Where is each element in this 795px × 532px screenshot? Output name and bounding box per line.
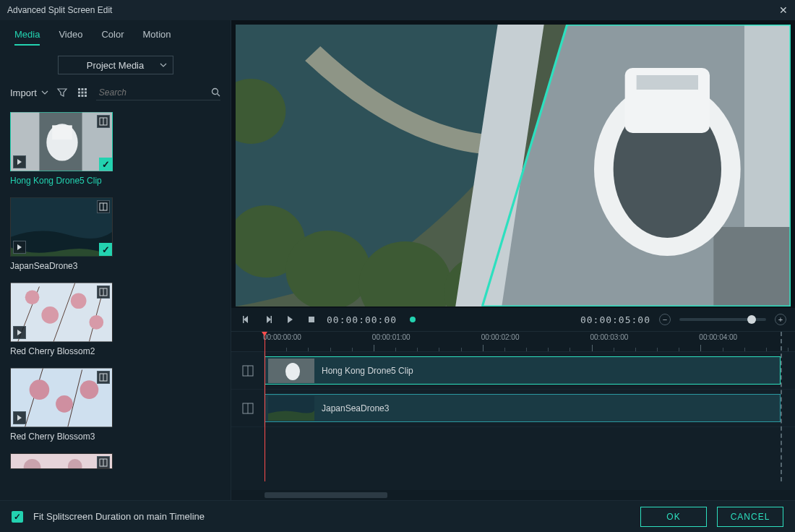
timeline-clip[interactable]: Hong Kong Drone5 Clip xyxy=(265,356,781,385)
cancel-button[interactable]: CANCEL xyxy=(717,507,783,527)
tab-color[interactable]: Color xyxy=(101,29,124,46)
media-list: ✓ Hong Kong Drone5 Clip ✓ JapanSeaDrone3 xyxy=(0,108,231,500)
svg-rect-2 xyxy=(85,88,87,90)
svg-point-65 xyxy=(285,363,300,380)
media-thumbnail[interactable]: ✓ xyxy=(10,112,113,171)
sidebar: Media Video Color Motion Project Media I… xyxy=(0,20,231,500)
clip-thumbnail xyxy=(268,359,314,383)
zoom-in-button[interactable]: + xyxy=(775,314,786,325)
svg-rect-0 xyxy=(78,88,80,90)
svg-rect-4 xyxy=(81,92,83,94)
media-item-label: Hong Kong Drone5 Clip xyxy=(10,176,220,186)
check-icon: ✓ xyxy=(99,243,112,256)
chevron-down-icon xyxy=(41,89,48,96)
svg-rect-58 xyxy=(637,75,698,90)
svg-point-27 xyxy=(71,293,87,309)
splitscreen-icon xyxy=(97,115,110,128)
footer: ✓ Fit Splitscreen Duration on main Timel… xyxy=(0,500,795,532)
svg-rect-60 xyxy=(271,316,272,323)
clip-label: Hong Kong Drone5 Clip xyxy=(322,366,413,376)
svg-rect-1 xyxy=(81,88,83,90)
marker-dot-icon xyxy=(410,317,416,322)
media-item-label: JapanSeaDrone3 xyxy=(10,261,220,271)
media-thumbnail[interactable]: ✓ xyxy=(10,197,113,257)
next-frame-button[interactable] xyxy=(262,313,275,326)
fit-duration-label: Fit Splitscreen Duration on main Timelin… xyxy=(33,511,205,522)
stop-button[interactable] xyxy=(305,313,318,326)
zoom-slider[interactable] xyxy=(679,318,766,321)
search-icon[interactable] xyxy=(211,87,220,97)
svg-rect-54 xyxy=(713,227,791,306)
media-item[interactable]: Red Cherry Blossom3 xyxy=(10,368,220,442)
zoom-slider-knob[interactable] xyxy=(747,315,756,324)
ok-button[interactable]: OK xyxy=(640,507,707,527)
timeline-track-empty xyxy=(231,427,795,465)
splitscreen-icon xyxy=(97,286,110,299)
svg-rect-59 xyxy=(243,316,244,323)
svg-point-26 xyxy=(41,306,59,324)
ruler-label: 00:00:01:00 xyxy=(372,333,411,341)
splitscreen-icon xyxy=(97,371,110,384)
play-button[interactable] xyxy=(283,313,296,326)
tab-media[interactable]: Media xyxy=(14,29,40,46)
svg-rect-8 xyxy=(85,95,87,97)
clip-label: JapanSeaDrone3 xyxy=(322,403,389,413)
timeline-ruler[interactable]: 00:00:00:0000:00:01:0000:00:02:0000:00:0… xyxy=(231,332,795,352)
filter-icon[interactable] xyxy=(56,86,69,99)
project-media-select[interactable]: Project Media xyxy=(58,56,173,74)
ruler-label: 00:00:02:00 xyxy=(481,333,520,341)
window: Advanced Split Screen Edit ✕ Media Video… xyxy=(0,0,795,532)
import-label: Import xyxy=(10,87,37,98)
timeline-track: Hong Kong Drone5 Clip xyxy=(231,352,795,390)
prev-frame-button[interactable] xyxy=(240,313,253,326)
play-overlay-icon xyxy=(13,411,26,424)
ruler-label: 00:00:03:00 xyxy=(590,333,629,341)
media-item[interactable]: ✓ Hong Kong Drone5 Clip xyxy=(10,112,220,186)
svg-rect-3 xyxy=(78,92,80,94)
svg-point-47 xyxy=(285,231,370,306)
svg-point-35 xyxy=(56,395,73,413)
splitscreen-icon xyxy=(97,200,110,213)
media-item[interactable]: Red Cherry Blossom2 xyxy=(10,283,220,356)
play-overlay-icon xyxy=(13,326,26,339)
timeline-track: JapanSeaDrone3 xyxy=(231,390,795,427)
import-button[interactable]: Import xyxy=(10,87,48,98)
svg-rect-61 xyxy=(309,317,314,322)
preview-frame[interactable] xyxy=(236,25,791,306)
media-thumbnail[interactable] xyxy=(10,283,113,342)
close-icon[interactable]: ✕ xyxy=(779,4,788,16)
fit-duration-checkbox[interactable]: ✓ xyxy=(12,511,23,523)
titlebar: Advanced Split Screen Edit ✕ xyxy=(0,0,795,20)
media-item[interactable] xyxy=(10,453,220,469)
track-head-icon[interactable] xyxy=(231,352,265,389)
timeline-clip[interactable]: JapanSeaDrone3 xyxy=(265,394,781,422)
svg-point-36 xyxy=(80,380,99,399)
svg-line-10 xyxy=(218,94,220,97)
timeline-scrollbar[interactable] xyxy=(231,490,795,500)
play-overlay-icon xyxy=(13,241,26,254)
splitscreen-icon xyxy=(97,456,110,469)
media-item-label: Red Cherry Blossom2 xyxy=(10,346,220,356)
svg-rect-15 xyxy=(52,125,72,140)
grid-view-icon[interactable] xyxy=(76,86,89,99)
search-input-wrap xyxy=(96,85,220,100)
tab-video[interactable]: Video xyxy=(59,29,82,46)
zoom-out-button[interactable]: − xyxy=(659,314,671,325)
play-overlay-icon xyxy=(13,155,26,168)
media-thumbnail[interactable] xyxy=(10,453,113,469)
search-input[interactable] xyxy=(96,87,211,98)
svg-point-9 xyxy=(212,89,218,95)
playhead[interactable] xyxy=(265,332,265,481)
window-title: Advanced Split Screen Edit xyxy=(7,5,112,15)
svg-rect-5 xyxy=(85,92,87,94)
tab-motion[interactable]: Motion xyxy=(143,29,171,46)
right-panel: 00:00:00:00 00:00:05:00 − + 00:00:00:000… xyxy=(231,20,795,500)
current-time: 00:00:00:00 xyxy=(327,314,397,325)
check-icon: ✓ xyxy=(99,158,112,171)
media-thumbnail[interactable] xyxy=(10,368,113,427)
track-head-icon[interactable] xyxy=(231,390,265,426)
svg-point-28 xyxy=(89,315,103,330)
svg-rect-7 xyxy=(81,95,83,97)
ruler-label: 00:00:04:00 xyxy=(699,333,737,341)
media-item[interactable]: ✓ JapanSeaDrone3 xyxy=(10,197,220,271)
